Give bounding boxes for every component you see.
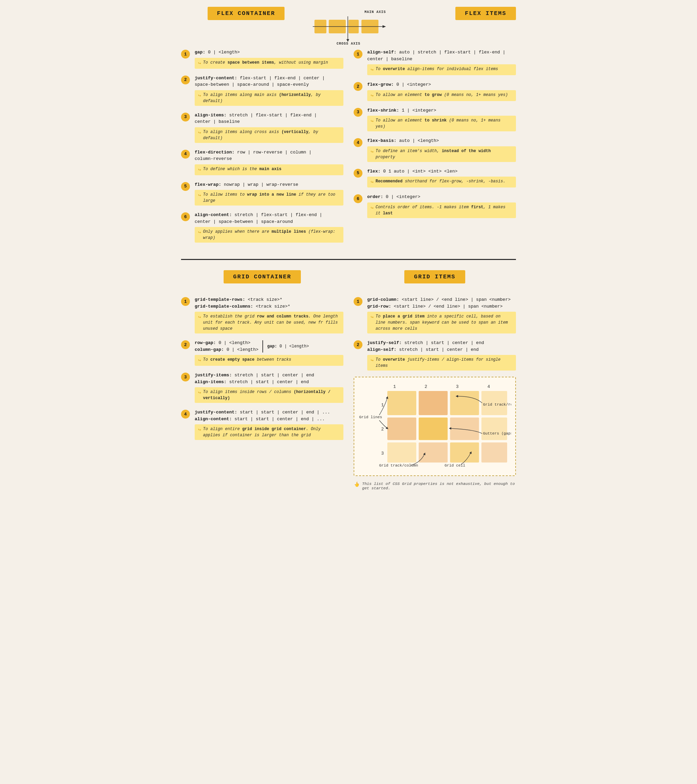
item-number: 6 [181, 212, 190, 221]
item-number: 2 [354, 340, 363, 349]
item-code: justify-items: stretch | start | center … [194, 372, 343, 385]
grid-items-title: GRID ITEMS [404, 270, 465, 283]
item-number: 6 [354, 194, 363, 203]
grid-container-title: GRID CONTAINER [224, 270, 301, 283]
grid-diagram: 1 2 3 4 1 2 3 [354, 377, 516, 476]
item-desc: ↪ To align items along main axis (horizo… [194, 90, 343, 106]
grid-container-item-3: 3 justify-items: stretch | start | cente… [181, 372, 343, 403]
svg-text:1: 1 [381, 403, 384, 408]
item-number: 5 [181, 182, 190, 191]
item-body: justify-self: stretch | start | center |… [367, 339, 516, 371]
svg-rect-19 [387, 418, 416, 440]
item-number: 4 [354, 138, 363, 147]
flex-container-items: 1 gap: 0 | <length> ↪ To create space be… [181, 49, 343, 249]
svg-rect-24 [419, 442, 448, 463]
item-number: 2 [181, 76, 190, 84]
item-desc: ↪ To create space between items, without… [194, 58, 343, 69]
svg-text:Gutters (gaps): Gutters (gaps) [483, 432, 511, 436]
item-body: gap: 0 | <length> ↪ To create space betw… [194, 49, 343, 69]
item-code: flex-direction: row | row-reverse | colu… [194, 149, 343, 162]
item-desc: ↪ To allow an element to shrink (0 means… [367, 116, 516, 131]
item-body: flex-basis: auto | <length> ↪ To define … [367, 137, 516, 162]
item-code: gap: 0 | <length> [194, 49, 343, 56]
item-body: flex-shrink: 1 | <integer> ↪ To allow an… [367, 107, 516, 132]
item-code: grid-column: <start line> / <end line> |… [367, 296, 516, 310]
svg-text:3: 3 [456, 384, 459, 389]
flex-items-title: FLEX ITEMS [455, 7, 516, 20]
item-body: align-items: stretch | flex-start | flex… [194, 112, 343, 143]
item-desc: ↪ To overwrite justify-items / align-ite… [367, 355, 516, 371]
item-code: grid-template-rows: <track size>* grid-t… [194, 296, 343, 310]
note-text: This list of CSS Grid properties is not … [362, 481, 516, 490]
item-desc: ↪ To place a grid item into a specific c… [367, 312, 516, 333]
item-code: flex: 0 1 auto | <int> <int> <len> [367, 168, 516, 175]
item-desc: ↪ To allow items to wrap into a new line… [194, 190, 343, 206]
main-axis-label: MAIN AXIS [311, 10, 386, 14]
item-number: 1 [354, 297, 363, 306]
svg-text:Grid track/row: Grid track/row [483, 403, 511, 407]
item-code: row-gap: 0 | <length> column-gap: 0 | <l… [194, 339, 343, 353]
item-code: flex-wrap: nowrap | wrap | wrap-reverse [194, 181, 343, 188]
svg-rect-26 [481, 442, 508, 463]
cross-axis-label: CROSS AXIS [311, 42, 386, 46]
svg-rect-22 [481, 418, 508, 440]
item-body: justify-content: flex-start | flex-end |… [194, 75, 343, 106]
svg-text:2: 2 [425, 384, 427, 389]
flex-container-item-5: 5 flex-wrap: nowrap | wrap | wrap-revers… [181, 181, 343, 206]
grid-container-col: 1 grid-template-rows: <track size>* grid… [181, 296, 343, 490]
svg-text:Grid lines: Grid lines [359, 415, 382, 419]
flex-items-header: FLEX ITEMS [386, 7, 516, 28]
page: FLEX CONTAINER MAIN AXIS [174, 0, 523, 497]
flex-content-row: 1 gap: 0 | <length> ↪ To create space be… [181, 49, 516, 249]
flex-container-item-2: 2 justify-content: flex-start | flex-end… [181, 75, 343, 106]
item-desc: ↪ Controls order of items. -1 makes item… [367, 203, 516, 218]
item-desc: ↪ To define an item's width, instead of … [367, 146, 516, 162]
item-desc: ↪ To establish the grid row and column t… [194, 312, 343, 333]
item-desc: ↪ To allow an element to grow (0 means n… [367, 90, 516, 101]
grid-items-col: 1 grid-column: <start line> / <end line>… [354, 296, 516, 490]
item-code: align-items: stretch | flex-start | flex… [194, 112, 343, 125]
flex-container-title: FLEX CONTAINER [208, 7, 285, 20]
grid-header-row: GRID CONTAINER GRID ITEMS [181, 270, 516, 291]
flex-section: FLEX CONTAINER MAIN AXIS [181, 7, 516, 249]
svg-marker-7 [346, 39, 349, 42]
item-number: 4 [181, 150, 190, 158]
item-code: order: 0 | <integer> [367, 194, 516, 201]
svg-rect-23 [387, 442, 416, 463]
item-number: 4 [181, 410, 190, 418]
flex-diagram-area: MAIN AXIS [311, 7, 386, 46]
svg-text:Grid cell: Grid cell [445, 463, 465, 468]
item-body: flex-grow: 0 | <integer> ↪ To allow an e… [367, 81, 516, 101]
item-number: 2 [181, 340, 190, 349]
item-body: flex-wrap: nowrap | wrap | wrap-reverse … [194, 181, 343, 206]
svg-text:3: 3 [381, 451, 384, 456]
flex-item-4: 4 flex-basis: auto | <length> ↪ To defin… [354, 137, 516, 162]
item-code: flex-grow: 0 | <integer> [367, 81, 516, 88]
section-divider [181, 259, 516, 260]
item-desc: ↪ To overwrite align-items for individua… [367, 64, 516, 75]
grid-container-item-4: 4 justify-content: start | start | cente… [181, 409, 343, 440]
svg-text:1: 1 [393, 384, 396, 389]
svg-text:4: 4 [487, 384, 490, 389]
item-number: 1 [181, 50, 190, 59]
item-body: flex-direction: row | row-reverse | colu… [194, 149, 343, 175]
grid-section: GRID CONTAINER GRID ITEMS 1 grid-templat… [181, 270, 516, 490]
item-number: 3 [354, 108, 363, 117]
item-number: 3 [181, 372, 190, 381]
item-number: 1 [181, 297, 190, 306]
svg-text:2: 2 [381, 427, 384, 432]
item-number: 5 [354, 169, 363, 178]
item-body: align-content: stretch | flex-start | fl… [194, 212, 343, 243]
item-code: flex-shrink: 1 | <integer> [367, 107, 516, 114]
item-desc: ↪ To align entire grid inside grid conta… [194, 424, 343, 440]
flex-header-row: FLEX CONTAINER MAIN AXIS [181, 7, 516, 46]
item-number: 2 [354, 82, 363, 91]
flex-item-6: 6 order: 0 | <integer> ↪ Controls order … [354, 194, 516, 218]
item-desc: ↪ To align items inside rows / columns (… [194, 387, 343, 403]
item-body: grid-column: <start line> / <end line> |… [367, 296, 516, 333]
item-code: justify-content: flex-start | flex-end |… [194, 75, 343, 88]
svg-marker-5 [382, 25, 386, 28]
flex-container-item-3: 3 align-items: stretch | flex-start | fl… [181, 112, 343, 143]
flex-axis-diagram [311, 15, 386, 42]
flex-container-header: FLEX CONTAINER [181, 7, 311, 28]
